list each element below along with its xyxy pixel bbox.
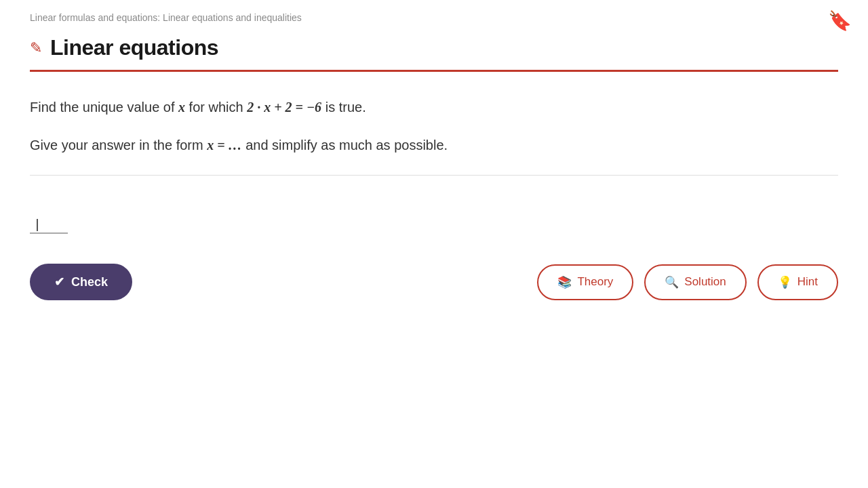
actions-row: ✔ Check 📚 Theory 🔍 Solution 💡 Hint <box>30 264 838 300</box>
right-buttons: 📚 Theory 🔍 Solution 💡 Hint <box>537 264 838 300</box>
bookmark-icon[interactable]: 🔖 <box>828 9 852 32</box>
check-label: Check <box>71 275 108 289</box>
equation: 2 · x + 2 = −6 <box>247 100 321 115</box>
problem-statement: Find the unique value of x for which 2 ·… <box>30 96 838 118</box>
answer-input-wrapper[interactable] <box>30 218 68 237</box>
hint-icon: 💡 <box>778 275 792 289</box>
solution-label: Solution <box>684 275 726 289</box>
content-divider <box>30 175 838 176</box>
text-cursor <box>37 219 38 231</box>
pencil-icon: ✎ <box>30 39 42 57</box>
page-title: Linear equations <box>50 35 218 60</box>
answer-area <box>30 196 838 237</box>
solution-button[interactable]: 🔍 Solution <box>644 264 746 300</box>
answer-instruction: Give your answer in the form x = … and s… <box>30 134 838 156</box>
hint-label: Hint <box>797 275 818 289</box>
theory-label: Theory <box>577 275 613 289</box>
theory-icon: 📚 <box>557 275 572 289</box>
answer-form: x = … <box>207 138 241 152</box>
check-button[interactable]: ✔ Check <box>30 264 132 300</box>
check-icon: ✔ <box>54 274 64 289</box>
hint-button[interactable]: 💡 Hint <box>757 264 838 300</box>
answer-underline[interactable] <box>30 218 68 234</box>
breadcrumb: Linear formulas and equations: Linear eq… <box>0 0 868 23</box>
theory-button[interactable]: 📚 Theory <box>537 264 633 300</box>
var-x: x <box>178 100 185 115</box>
solution-icon: 🔍 <box>665 275 679 289</box>
